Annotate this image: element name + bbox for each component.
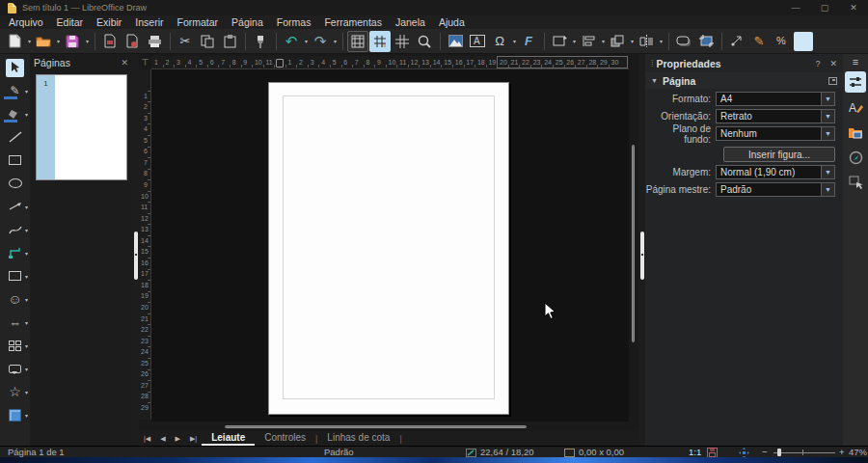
connectors-tool[interactable]: ▾ xyxy=(0,241,30,264)
pages-panel-close-icon[interactable]: ✕ xyxy=(121,58,128,68)
zoom-slider-thumb[interactable] xyxy=(777,449,781,456)
fill-color-tool[interactable]: ▾ xyxy=(0,102,30,125)
export-direct-pdf-icon[interactable] xyxy=(122,31,143,52)
sidebar-menu-icon[interactable]: ≡ xyxy=(853,56,858,68)
left-splitter[interactable] xyxy=(132,54,139,446)
copy-button[interactable] xyxy=(197,31,218,52)
align-caret[interactable]: ▾ xyxy=(600,38,607,44)
master-page-dropdown[interactable]: Padrão ▼ xyxy=(716,182,835,197)
transformations-button[interactable] xyxy=(549,31,570,52)
flowchart-tool[interactable]: ▾ xyxy=(0,334,30,357)
first-page-button[interactable]: |◀ xyxy=(139,435,155,443)
menu-pagina[interactable]: Página xyxy=(225,15,270,29)
margin-dropdown[interactable]: Normal (1,90 cm) ▼ xyxy=(716,165,835,179)
sidebar-tab-gallery[interactable] xyxy=(845,122,866,143)
select-tool[interactable] xyxy=(0,56,30,79)
lines-and-arrows-tool[interactable]: ▾ xyxy=(0,195,30,218)
curves-polygons-tool[interactable]: ▾ xyxy=(0,218,30,241)
save-dropdown-caret[interactable]: ▾ xyxy=(84,38,91,44)
sidebar-tab-styles[interactable]: A xyxy=(845,96,866,118)
transformations-caret[interactable]: ▾ xyxy=(571,38,578,44)
helplines-toggle[interactable] xyxy=(392,31,413,52)
flip-caret[interactable]: ▾ xyxy=(658,38,665,44)
section-chevron-icon[interactable]: ▼ xyxy=(651,77,658,84)
zoom-button[interactable] xyxy=(414,31,435,52)
maximize-button[interactable]: ▢ xyxy=(810,0,839,15)
menu-arquivo[interactable]: Arquivo xyxy=(2,15,50,29)
minimize-button[interactable]: — xyxy=(781,0,810,15)
rectangle-tool[interactable] xyxy=(0,149,30,172)
open-button[interactable] xyxy=(33,31,54,52)
print-button[interactable] xyxy=(144,31,165,52)
new-document-button[interactable] xyxy=(4,31,25,52)
shadow-button[interactable] xyxy=(673,31,694,52)
special-character-button[interactable]: Ω xyxy=(489,31,510,52)
special-character-caret[interactable]: ▾ xyxy=(511,38,518,44)
line-color-tool[interactable]: ✎▾ xyxy=(0,79,30,102)
horizontal-ruler[interactable]: 1110987654321123456789101112131415161718… xyxy=(151,56,629,69)
undo-button[interactable]: ↶ xyxy=(281,31,302,52)
menu-formas[interactable]: Formas xyxy=(270,15,318,29)
fontwork-button[interactable]: F xyxy=(518,31,539,52)
redo-dropdown-caret[interactable]: ▾ xyxy=(332,38,339,44)
ellipse-tool[interactable] xyxy=(0,172,30,195)
basic-shapes-tool[interactable]: ▾ xyxy=(0,264,30,287)
redact-percent-button[interactable]: % xyxy=(771,31,792,52)
3d-objects-caret[interactable]: ▾ xyxy=(23,412,30,419)
menu-editar[interactable]: Editar xyxy=(50,15,90,29)
snap-to-grid-toggle[interactable]: n xyxy=(369,31,391,52)
symbol-shapes-caret[interactable]: ▾ xyxy=(23,296,30,303)
properties-close-icon[interactable]: ✕ xyxy=(829,59,837,68)
vertical-scrollbar-thumb[interactable] xyxy=(632,145,635,342)
stars-caret[interactable]: ▾ xyxy=(23,389,30,395)
horizontal-scrollbar[interactable] xyxy=(151,422,629,431)
menu-exibir[interactable]: Exibir xyxy=(90,15,128,29)
flowchart-caret[interactable]: ▾ xyxy=(23,342,30,349)
draw-functions-toggle[interactable] xyxy=(793,31,814,52)
menu-ajuda[interactable]: Ajuda xyxy=(432,15,472,29)
insert-textbox-button[interactable]: A xyxy=(467,31,488,52)
format-dropdown-caret[interactable]: ▼ xyxy=(821,93,834,105)
save-button[interactable] xyxy=(62,31,83,52)
format-dropdown[interactable]: A4 ▼ xyxy=(716,92,835,106)
right-splitter-handle[interactable] xyxy=(640,232,644,280)
display-grid-toggle[interactable] xyxy=(347,31,368,52)
background-dropdown[interactable]: Nenhum ▼ xyxy=(716,126,835,141)
arrange-button[interactable] xyxy=(607,31,628,52)
menu-ferramentas[interactable]: Ferramentas xyxy=(317,15,389,29)
align-objects-button[interactable] xyxy=(578,31,599,52)
insert-image-button-panel[interactable]: Inserir figura... xyxy=(723,147,835,162)
orientation-dropdown-caret[interactable]: ▼ xyxy=(821,110,834,123)
open-dropdown-caret[interactable]: ▾ xyxy=(55,38,62,44)
right-splitter[interactable] xyxy=(638,54,645,446)
master-page-dropdown-caret[interactable]: ▼ xyxy=(821,183,834,196)
cut-button[interactable]: ✂ xyxy=(175,31,196,52)
insert-image-button[interactable] xyxy=(445,31,466,52)
fill-color-caret[interactable]: ▾ xyxy=(23,111,30,118)
properties-help-icon[interactable]: ? xyxy=(815,59,820,68)
last-page-button[interactable]: ▶| xyxy=(185,435,202,443)
tab-linhas-de-cota[interactable]: Linhas de cota xyxy=(317,431,399,446)
vertical-scrollbar[interactable] xyxy=(629,69,638,422)
next-page-button[interactable]: ▶ xyxy=(171,435,185,443)
callouts-tool[interactable]: ▾ xyxy=(0,357,30,380)
block-arrows-caret[interactable]: ▾ xyxy=(23,319,30,326)
horizontal-scrollbar-thumb[interactable] xyxy=(225,425,527,428)
callouts-caret[interactable]: ▾ xyxy=(23,366,30,372)
tab-leiaute[interactable]: Leiaute xyxy=(202,431,255,446)
menu-janela[interactable]: Janela xyxy=(389,15,432,29)
margin-dropdown-caret[interactable]: ▼ xyxy=(821,166,834,178)
background-dropdown-caret[interactable]: ▼ xyxy=(821,127,834,140)
basic-shapes-caret[interactable]: ▾ xyxy=(23,273,30,280)
export-pdf-icon[interactable] xyxy=(99,31,121,52)
sidebar-tab-navigator[interactable] xyxy=(845,147,866,168)
left-splitter-handle[interactable] xyxy=(134,232,138,280)
edit-points-button[interactable]: ✎ xyxy=(748,31,770,52)
page-section-header[interactable]: ▼ Página xyxy=(645,72,843,89)
flip-button[interactable] xyxy=(636,31,657,52)
panel-grip-icon[interactable]: ⁞ xyxy=(651,59,653,68)
orientation-dropdown[interactable]: Retrato ▼ xyxy=(716,109,835,123)
menu-formatar[interactable]: Formatar xyxy=(171,15,226,29)
connectors-caret[interactable]: ▾ xyxy=(23,250,30,257)
tab-controles[interactable]: Controles xyxy=(255,431,315,446)
